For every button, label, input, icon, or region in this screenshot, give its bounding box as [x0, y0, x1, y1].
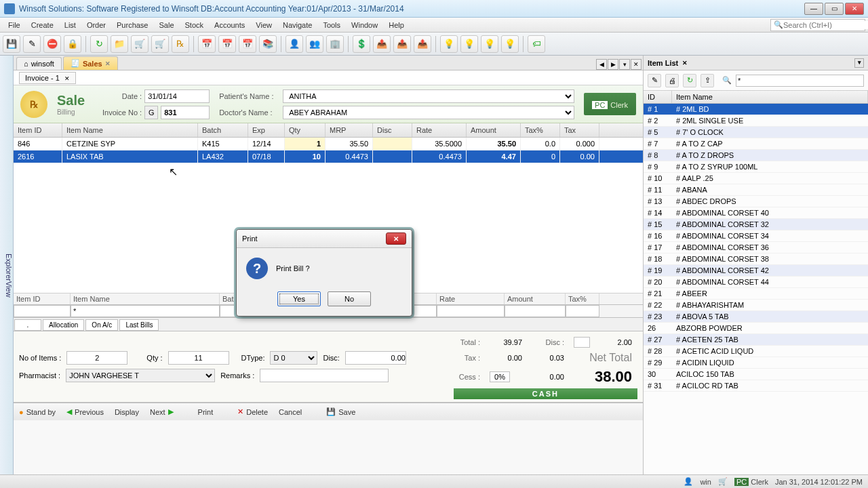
item-row[interactable]: 30ACILOC 150 TAB — [644, 369, 868, 380]
item-row[interactable]: # 7# A TO Z CAP — [644, 138, 868, 150]
cal2-icon[interactable]: 📅 — [218, 35, 236, 53]
remarks-input[interactable] — [260, 369, 389, 382]
menu-view[interactable]: View — [250, 20, 277, 30]
grid-row-selected[interactable]: 2616LASIX TABLA432 07/18100.4473 0.44734… — [14, 150, 643, 163]
ftab-lastbills[interactable]: Last Bills — [119, 319, 159, 331]
dialog-no-button[interactable]: No — [328, 291, 371, 306]
subtab-invoice[interactable]: Invoice - 1 ✕ — [19, 72, 76, 84]
invoice-prefix[interactable] — [144, 106, 158, 119]
cancel-button[interactable]: Cancel — [279, 408, 302, 416]
book-icon[interactable]: 📚 — [259, 35, 277, 53]
item-row[interactable]: # 10# AALP .25 — [644, 173, 868, 184]
global-search[interactable]: 🔍 — [770, 19, 865, 31]
menu-accounts[interactable]: Accounts — [209, 20, 250, 30]
cess-pct[interactable] — [490, 371, 510, 382]
standby-button[interactable]: ●Stand by — [19, 408, 56, 416]
stop-icon[interactable]: ⛔ — [43, 35, 61, 53]
minimize-button[interactable]: — — [804, 3, 823, 15]
ftab-allocation[interactable]: Allocation — [43, 319, 84, 331]
item-row[interactable]: # 15# ABDOMINAL CORSET 32 — [644, 219, 868, 230]
doctor-select[interactable]: ABEY ABRAHAM — [283, 106, 574, 119]
dialog-yes-button[interactable]: Yes — [277, 291, 321, 306]
save-button[interactable]: 💾Save — [326, 407, 355, 416]
entry-taxp[interactable] — [566, 305, 599, 317]
entry-itemname[interactable] — [71, 305, 220, 317]
disc-box[interactable] — [574, 337, 590, 348]
item-row[interactable]: # 23# ABOVA 5 TAB — [644, 311, 868, 323]
bulb4-icon[interactable]: 💡 — [501, 35, 519, 53]
user-icon[interactable]: 👤 — [285, 35, 303, 53]
payment-mode[interactable]: CASH — [454, 388, 637, 399]
item-row[interactable]: # 20# ABDOMINAL CORSET 44 — [644, 277, 868, 288]
cart-icon[interactable]: 🛒 — [131, 35, 149, 53]
item-row[interactable]: # 21# ABEER — [644, 288, 868, 300]
tag-icon[interactable]: 🏷 — [528, 35, 545, 53]
users-icon[interactable]: 👥 — [306, 35, 323, 53]
previous-button[interactable]: ◀Previous — [66, 407, 104, 416]
folder-icon[interactable]: 📁 — [111, 35, 128, 53]
item-row[interactable]: # 19# ABDOMINAL CORSET 42 — [644, 265, 868, 277]
entry-itemid[interactable] — [14, 305, 71, 317]
menu-purchase[interactable]: Purchase — [111, 20, 153, 30]
item-row[interactable]: # 27# ACETEN 25 TAB — [644, 334, 868, 346]
ftab-onac[interactable]: On A/c — [85, 319, 118, 331]
item-search-input[interactable] — [736, 75, 864, 87]
nav-right-icon[interactable]: ▶ — [608, 59, 618, 70]
expand-icon[interactable]: ▾ — [854, 58, 864, 68]
cal3-icon[interactable]: 📅 — [239, 35, 256, 53]
item-row[interactable]: # 13# ABDEC DROPS — [644, 196, 868, 207]
item-row[interactable]: # 9# A TO Z SYRUP 100ML — [644, 161, 868, 173]
money-icon[interactable]: 💲 — [353, 35, 370, 53]
cart2-icon[interactable]: 🛒 — [151, 35, 169, 53]
entry-amount[interactable] — [505, 305, 566, 317]
pharmacist-select[interactable]: JOHN VARGHESE T — [66, 369, 215, 382]
menu-stock[interactable]: Stock — [180, 20, 210, 30]
item-row[interactable]: # 1# 2ML BD — [644, 104, 868, 115]
display-button[interactable]: Display — [115, 408, 139, 416]
item-row[interactable]: # 5# 7' O CLOCK — [644, 127, 868, 138]
menu-window[interactable]: Window — [346, 20, 383, 30]
item-grid[interactable]: # 1# 2ML BD# 2# 2ML SINGLE USE# 5# 7' O … — [644, 104, 868, 474]
building-icon[interactable]: 🏢 — [326, 35, 344, 53]
invoice-no-input[interactable] — [161, 106, 210, 119]
tab-sales[interactable]: 🧾 Sales ✕ — [63, 56, 118, 70]
bulb3-icon[interactable]: 💡 — [481, 35, 498, 53]
export-icon[interactable]: ⇪ — [701, 74, 714, 87]
total-qty[interactable] — [168, 351, 229, 365]
share-icon[interactable]: 📤 — [373, 35, 391, 53]
close-icon[interactable]: ✕ — [64, 75, 70, 82]
dropdown-icon[interactable]: ▾ — [619, 59, 630, 70]
menu-file[interactable]: File — [3, 20, 26, 30]
ftab-dot[interactable]: . — [14, 319, 41, 331]
maximize-button[interactable]: ▭ — [825, 3, 844, 15]
disc-input[interactable] — [345, 351, 406, 365]
item-row[interactable]: # 29# ACIDIN LIQUID — [644, 357, 868, 369]
item-row[interactable]: # 8# A TO Z DROPS — [644, 150, 868, 161]
window-close-button[interactable]: ✕ — [845, 3, 864, 15]
item-row[interactable]: # 22# ABHAYARISHTAM — [644, 300, 868, 311]
menu-navigate[interactable]: Navigate — [277, 20, 317, 30]
menu-create[interactable]: Create — [26, 20, 59, 30]
item-row[interactable]: # 16# ABDOMINAL CORSET 34 — [644, 230, 868, 242]
close-icon[interactable]: ✕ — [682, 60, 688, 66]
item-row[interactable]: # 31# ACILOC RD TAB — [644, 380, 868, 392]
item-row[interactable]: 26ABZORB POWDER — [644, 323, 868, 334]
grid-row[interactable]: 846CETZINE SYPK415 12/14135.50 35.500035… — [14, 138, 643, 150]
menu-tools[interactable]: Tools — [317, 20, 346, 30]
patient-select[interactable]: ANITHA — [283, 89, 574, 103]
share2-icon[interactable]: 📤 — [393, 35, 411, 53]
explorer-view-tab[interactable]: ExplorerView — [0, 56, 14, 474]
delete-button[interactable]: ✕Delete — [237, 407, 268, 416]
item-row[interactable]: # 18# ABDOMINAL CORSET 38 — [644, 253, 868, 265]
item-row[interactable]: # 2# 2ML SINGLE USE — [644, 115, 868, 127]
close-all-icon[interactable]: ✕ — [631, 59, 642, 70]
dialog-close-button[interactable]: ✕ — [386, 232, 406, 245]
edit-icon[interactable]: ✎ — [648, 74, 661, 87]
entry-rate[interactable] — [437, 305, 505, 317]
close-icon[interactable]: ✕ — [105, 60, 111, 67]
share3-icon[interactable]: 📤 — [414, 35, 431, 53]
item-row[interactable]: # 17# ABDOMINAL CORSET 36 — [644, 242, 868, 253]
next-button[interactable]: Next▶ — [150, 407, 174, 416]
no-items[interactable] — [66, 351, 127, 365]
dtype-select[interactable]: D 0 — [270, 351, 317, 365]
